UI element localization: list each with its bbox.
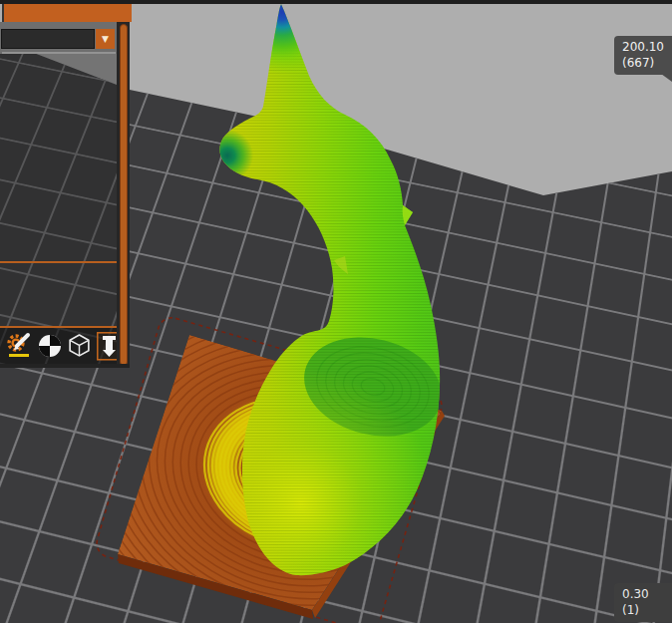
panel-separator-orange [0,261,119,263]
panel-bottom-edge [0,364,130,368]
view-tools-toolbar [0,328,119,364]
panel-separator [2,52,116,54]
layer-number-top: (667) [622,55,664,71]
layer-slider-top-handle[interactable]: 200.10 (667) [614,36,672,75]
layer-height-top: 200.10 [622,39,664,55]
edit-gear-pencil-icon[interactable] [7,331,33,361]
dropdown-arrow-button[interactable]: ▼ [96,29,115,49]
panel-header-bar [2,4,132,22]
layer-number-bottom: (1) [622,602,664,618]
left-panel: ▼ [0,0,130,368]
layer-slider-bottom-handle[interactable]: 0.30 (1) [614,583,672,622]
bounding-box-cube-icon[interactable] [67,331,92,361]
panel-scrollbar[interactable] [120,24,128,366]
panel-body [0,22,119,368]
center-of-mass-icon[interactable] [38,331,62,361]
window-top-strip [0,0,672,4]
view-dropdown[interactable] [1,29,95,49]
chevron-down-icon: ▼ [102,34,109,44]
layer-height-bottom: 0.30 [622,586,664,602]
